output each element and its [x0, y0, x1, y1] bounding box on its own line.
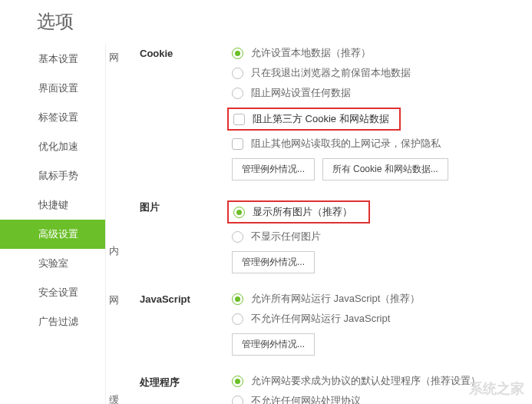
- sidebar-item-ui[interactable]: 界面设置: [0, 74, 105, 103]
- sidebar: 基本设置 界面设置 标签设置 优化加速 鼠标手势 快捷键 高级设置 实验室 安全…: [0, 45, 106, 404]
- radio-icon: [232, 396, 243, 405]
- side-label-b: 内: [109, 244, 119, 258]
- sidebar-item-basic[interactable]: 基本设置: [0, 45, 105, 74]
- sidebar-item-mouse[interactable]: 鼠标手势: [0, 161, 105, 190]
- section-js-title: JavaScript: [140, 292, 232, 356]
- sidebar-item-advanced[interactable]: 高级设置: [0, 220, 105, 249]
- image-btn-exceptions[interactable]: 管理例外情况...: [232, 251, 315, 273]
- content: Cookie 允许设置本地数据（推荐） 只在我退出浏览器之前保留本地数据 阻止网…: [134, 45, 532, 404]
- js-opt-allow[interactable]: 允许所有网站运行 JavaScript（推荐）: [232, 292, 532, 306]
- image-opt-show-label: 显示所有图片（推荐）: [253, 205, 352, 219]
- handler-opt-allow[interactable]: 允许网站要求成为协议的默认处理程序（推荐设置）: [232, 374, 532, 388]
- sidebar-item-lab[interactable]: 实验室: [0, 249, 105, 278]
- page-title: 选项: [0, 0, 532, 45]
- cookie-opt-block[interactable]: 阻止网站设置任何数据: [232, 86, 532, 100]
- section-image-title: 图片: [140, 199, 232, 273]
- cookie-opt-allow[interactable]: 允许设置本地数据（推荐）: [232, 46, 532, 60]
- side-label-d: 缓: [109, 393, 119, 404]
- cookie-opt-block-label: 阻止网站设置任何数据: [251, 86, 351, 100]
- js-opt-allow-label: 允许所有网站运行 JavaScript（推荐）: [251, 292, 420, 306]
- handler-opt-block-label: 不允许任何网站处理协议: [251, 394, 361, 404]
- radio-icon: [232, 68, 243, 79]
- cookie-btn-alldata[interactable]: 所有 Cookie 和网站数据...: [322, 158, 448, 180]
- side-label-a: 网: [109, 51, 119, 65]
- sidebar-item-tabs[interactable]: 标签设置: [0, 103, 105, 132]
- sidebar-item-optimize[interactable]: 优化加速: [0, 132, 105, 161]
- radio-icon: [232, 293, 243, 305]
- cookie-check-privacy-label: 阻止其他网站读取我的上网记录，保护隐私: [251, 137, 441, 151]
- cookie-opt-session-label: 只在我退出浏览器之前保留本地数据: [251, 66, 411, 80]
- js-opt-block-label: 不允许任何网站运行 JavaScript: [251, 312, 390, 326]
- section-js: JavaScript 允许所有网站运行 JavaScript（推荐） 不允许任何…: [140, 292, 532, 356]
- radio-icon: [232, 88, 243, 99]
- highlight-block-3rd-party: 阻止第三方 Cookie 和网站数据: [227, 108, 401, 131]
- cookie-check-privacy[interactable]: 阻止其他网站读取我的上网记录，保护隐私: [232, 137, 532, 151]
- section-cookie: Cookie 允许设置本地数据（推荐） 只在我退出浏览器之前保留本地数据 阻止网…: [140, 46, 532, 180]
- checkbox-icon: [232, 138, 243, 150]
- sidebar-item-security[interactable]: 安全设置: [0, 278, 105, 307]
- radio-icon: [232, 313, 243, 325]
- handler-opt-allow-label: 允许网站要求成为协议的默认处理程序（推荐设置）: [251, 374, 481, 388]
- cookie-opt-session[interactable]: 只在我退出浏览器之前保留本地数据: [232, 66, 532, 80]
- radio-icon: [232, 376, 243, 387]
- image-opt-hide-label: 不显示任何图片: [251, 230, 321, 243]
- cookie-check-3rdparty-label: 阻止第三方 Cookie 和网站数据: [253, 112, 389, 126]
- sidebar-item-adblock[interactable]: 广告过滤: [0, 307, 105, 336]
- radio-icon: [232, 48, 243, 59]
- js-btn-exceptions[interactable]: 管理例外情况...: [232, 333, 315, 356]
- highlight-show-images: 显示所有图片（推荐）: [227, 200, 370, 224]
- js-opt-block[interactable]: 不允许任何网站运行 JavaScript: [232, 312, 532, 326]
- handler-opt-block[interactable]: 不允许任何网站处理协议: [232, 394, 532, 404]
- sidebar-item-shortcut[interactable]: 快捷键: [0, 190, 105, 220]
- section-image: 图片 显示所有图片（推荐） 不显示任何图片 管理例外情况...: [140, 199, 532, 273]
- side-label-c: 网: [109, 293, 119, 307]
- radio-icon: [232, 231, 243, 243]
- radio-icon[interactable]: [233, 207, 245, 218]
- cookie-opt-allow-label: 允许设置本地数据（推荐）: [251, 46, 371, 60]
- cookie-btn-exceptions[interactable]: 管理例外情况...: [232, 158, 315, 180]
- section-handler: 处理程序 允许网站要求成为协议的默认处理程序（推荐设置） 不允许任何网站处理协议…: [140, 374, 532, 404]
- section-cookie-title: Cookie: [140, 46, 232, 180]
- image-opt-hide[interactable]: 不显示任何图片: [232, 230, 532, 243]
- checkbox-icon[interactable]: [233, 114, 245, 125]
- section-handler-title: 处理程序: [140, 374, 232, 404]
